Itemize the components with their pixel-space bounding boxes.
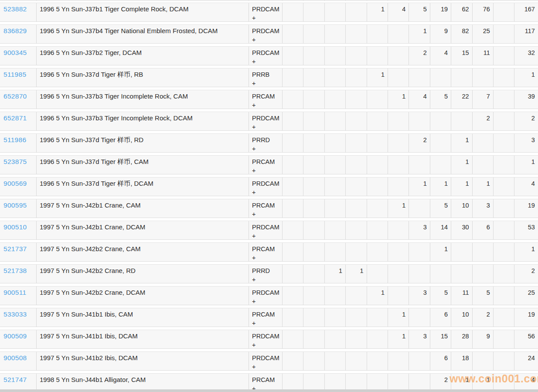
coin-description: 1996 5 Yn Sun-J37d Tiger 样币, RB xyxy=(37,68,249,87)
coin-id-cell: 900345 xyxy=(0,47,37,65)
table-row: 836829 1996 5 Yn Sun-J37b4 Tiger Nationa… xyxy=(0,24,538,44)
designation-cell: PRDCAM + xyxy=(249,3,283,21)
grade-count-cell: 10 xyxy=(451,199,472,218)
grade-count-cell xyxy=(303,134,324,152)
designation-cell: PRRB + xyxy=(249,68,283,87)
designation-label: PRDCAM xyxy=(252,179,279,188)
designation-plus: + xyxy=(252,188,279,196)
grade-count-cell xyxy=(303,112,324,130)
grade-count-cell: 5 xyxy=(473,286,494,305)
coin-id-link[interactable]: 900569 xyxy=(3,180,27,187)
designation-plus: + xyxy=(252,144,279,152)
grade-count-cell: 1 xyxy=(451,156,472,174)
total-count-cell: 19 xyxy=(514,308,538,327)
coin-id-link[interactable]: 521747 xyxy=(3,376,27,383)
grade-count-cell xyxy=(473,243,494,261)
grade-count-cell: 6 xyxy=(430,308,451,327)
grade-count-cell xyxy=(494,221,514,239)
coin-id-link[interactable]: 836829 xyxy=(3,27,27,34)
total-count-cell: 167 xyxy=(514,3,538,21)
designation-cell: PRDCAM + xyxy=(249,286,283,305)
coin-description: 1996 5 Yn Sun-J37d Tiger 样币, CAM xyxy=(37,156,249,174)
coin-id-link[interactable]: 652871 xyxy=(3,114,27,122)
grade-count-cell xyxy=(325,243,346,261)
coin-description: 1996 5 Yn Sun-J37b2 Tiger, DCAM xyxy=(37,47,249,65)
designation-cell xyxy=(249,0,283,1)
grade-count-cell xyxy=(346,177,367,196)
grade-count-cell xyxy=(367,308,388,327)
designation-cell: PRDCAM + xyxy=(249,352,283,370)
designation-label: PRCAM xyxy=(252,310,279,319)
grade-count-cell xyxy=(494,352,514,370)
grade-count-cell xyxy=(325,0,346,1)
designation-label: PRDCAM xyxy=(252,288,279,297)
grade-count-cell xyxy=(430,68,451,87)
coin-id-cell: 900510 xyxy=(0,221,37,239)
coin-id-link[interactable]: 900510 xyxy=(3,223,27,231)
grade-count-cell xyxy=(473,0,494,1)
grade-count-cell xyxy=(367,265,388,283)
grade-count-cell: 10 xyxy=(451,308,472,327)
grade-count-cell xyxy=(409,0,430,1)
grade-count-cell: 5 xyxy=(430,286,451,305)
grade-count-cell xyxy=(409,308,430,327)
coin-id-link[interactable]: 900509 xyxy=(3,332,27,340)
coin-id-link[interactable]: 652870 xyxy=(3,92,27,100)
designation-cell: PRCAM + xyxy=(249,243,283,261)
grade-count-cell: 5 xyxy=(430,90,451,109)
table-row: 521738 1997 5 Yn Sun-J42b2 Crane, RD PRR… xyxy=(0,264,538,283)
designation-plus: + xyxy=(252,319,279,327)
grade-count-cell: 2 xyxy=(409,47,430,65)
coin-id-link[interactable]: 900345 xyxy=(3,49,27,56)
grade-count-cell xyxy=(346,3,367,21)
grade-count-cell xyxy=(451,243,472,261)
coin-id-link[interactable]: 511985 xyxy=(3,71,26,78)
horizontal-scrollbar[interactable] xyxy=(0,389,538,392)
grade-count-cell xyxy=(303,286,324,305)
grade-count-cell xyxy=(494,68,514,87)
designation-label: PRDCAM xyxy=(252,5,279,14)
coin-id-link[interactable]: 523882 xyxy=(3,5,27,13)
coin-description: 1997 5 Yn Sun-J42b2 Crane, DCAM xyxy=(37,286,249,305)
coin-id-link[interactable]: 900511 xyxy=(3,289,26,296)
grade-count-cell xyxy=(494,330,514,348)
coin-id-cell xyxy=(0,0,37,1)
designation-plus: + xyxy=(252,297,279,305)
coin-id-link[interactable]: 521737 xyxy=(3,245,27,252)
coin-description: 1997 5 Yn Sun-J41b1 Ibis, CAM xyxy=(37,308,249,327)
table-row: 900511 1997 5 Yn Sun-J42b2 Crane, DCAM P… xyxy=(0,286,538,305)
coin-id-link[interactable]: 523875 xyxy=(3,158,27,165)
coin-id-link[interactable]: 900508 xyxy=(3,354,27,361)
designation-cell: PRCAM + xyxy=(249,156,283,174)
grade-count-cell xyxy=(409,112,430,130)
coin-id-cell: 652871 xyxy=(0,112,37,130)
grade-count-cell xyxy=(325,47,346,65)
coin-id-link[interactable]: 511986 xyxy=(3,136,26,143)
grade-count-cell: 3 xyxy=(473,199,494,218)
grade-count-cell: 3 xyxy=(409,221,430,239)
grade-count-cell: 18 xyxy=(451,352,472,370)
grade-count-cell xyxy=(346,199,367,218)
designation-cell: PRRD + xyxy=(249,265,283,283)
grade-count-cell: 5 xyxy=(409,3,430,21)
grade-count-cell: 6 xyxy=(430,352,451,370)
grade-count-cell xyxy=(325,308,346,327)
grade-count-cell xyxy=(388,265,409,283)
designation-label: PRRB xyxy=(252,70,279,79)
coin-id-link[interactable]: 521738 xyxy=(3,267,27,274)
coin-id-link[interactable]: 533033 xyxy=(3,310,27,318)
grade-count-cell xyxy=(451,265,472,283)
coin-id-cell: 900508 xyxy=(0,352,37,370)
grade-count-cell: 1 xyxy=(367,286,388,305)
grade-count-cell xyxy=(346,0,367,1)
grade-count-cell: 1 xyxy=(388,330,409,348)
grade-count-cell xyxy=(388,221,409,239)
coin-description: 1997 5 Yn Sun-J41b2 Ibis, DCAM xyxy=(37,352,249,370)
grade-count-cell xyxy=(473,265,494,283)
coin-id-link[interactable]: 900595 xyxy=(3,201,27,209)
designation-label: PRDCAM xyxy=(252,332,279,341)
designation-plus: + xyxy=(252,166,279,174)
grade-count-cell xyxy=(283,221,303,239)
coin-id-cell: 900509 xyxy=(0,330,37,348)
grade-count-cell xyxy=(409,156,430,174)
